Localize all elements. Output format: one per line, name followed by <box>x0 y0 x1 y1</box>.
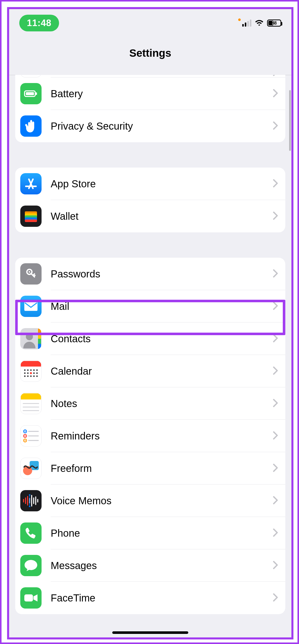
settings-group-system: Battery Privacy & Security <box>15 75 285 142</box>
row-label: Battery <box>51 88 273 99</box>
cellular-signal-icon <box>242 19 251 27</box>
chevron-right-icon <box>273 89 278 98</box>
svg-point-30 <box>27 372 29 374</box>
settings-row-battery[interactable]: Battery <box>15 77 285 110</box>
contacts-icon <box>20 328 42 349</box>
mic-indicator-dot <box>238 18 241 21</box>
row-label: Messages <box>51 560 273 571</box>
settings-row-notes[interactable]: Notes <box>15 387 285 420</box>
svg-point-27 <box>33 369 35 371</box>
row-label: Passwords <box>51 268 273 280</box>
appstore-icon <box>20 173 42 194</box>
settings-group-apps: Passwords Mail Contacts <box>15 258 285 614</box>
svg-point-32 <box>36 372 38 374</box>
page-title: Settings <box>9 47 291 59</box>
svg-point-46 <box>25 435 26 436</box>
row-label: Mail <box>51 301 273 312</box>
row-label: Voice Memos <box>51 495 273 507</box>
svg-point-28 <box>36 369 38 371</box>
svg-point-24 <box>24 369 26 371</box>
settings-row-facetime[interactable]: FaceTime <box>15 582 285 614</box>
video-icon <box>20 587 42 609</box>
scroll-indicator[interactable] <box>289 90 291 151</box>
chevron-right-icon <box>273 496 278 506</box>
settings-row-mail[interactable]: Mail <box>15 290 285 323</box>
status-time-pill[interactable]: 11:48 <box>19 15 59 31</box>
settings-row-phone[interactable]: Phone <box>15 517 285 549</box>
row-label: App Store <box>51 178 273 190</box>
row-label: Wallet <box>51 211 273 222</box>
waveform-icon <box>20 490 42 511</box>
freeform-icon <box>20 458 42 479</box>
battery-icon: 38 <box>267 19 281 27</box>
svg-point-34 <box>27 375 29 377</box>
svg-rect-65 <box>24 594 33 601</box>
notes-icon <box>20 393 42 414</box>
svg-point-35 <box>30 375 32 377</box>
row-label: Reminders <box>51 430 273 442</box>
row-label: Calendar <box>51 366 273 377</box>
chevron-right-icon <box>273 301 278 311</box>
phone-screen: 11:48 38 Settings <box>7 7 293 639</box>
chevron-right-icon <box>273 464 278 473</box>
svg-point-48 <box>25 440 26 441</box>
envelope-icon <box>20 296 42 317</box>
chevron-right-icon <box>273 211 278 221</box>
svg-rect-19 <box>38 334 41 339</box>
settings-row-passwords[interactable]: Passwords <box>15 258 285 290</box>
hand-raised-icon <box>20 115 42 137</box>
chevron-right-icon <box>273 561 278 570</box>
settings-row-freeform[interactable]: Freeform <box>15 452 285 485</box>
chevron-right-icon <box>273 366 278 376</box>
settings-row-wallet[interactable]: Wallet <box>15 200 285 232</box>
svg-point-15 <box>29 271 30 273</box>
chevron-right-icon <box>273 75 278 77</box>
row-label: Notes <box>51 398 273 409</box>
wifi-icon <box>255 19 264 27</box>
settings-row-app-store[interactable]: App Store <box>15 168 285 200</box>
key-icon <box>20 263 42 285</box>
settings-row-messages[interactable]: Messages <box>15 549 285 582</box>
settings-list[interactable]: Battery Privacy & Security <box>9 75 291 637</box>
row-label: Contacts <box>51 333 273 345</box>
svg-rect-39 <box>21 393 41 399</box>
settings-row-voice-memos[interactable]: Voice Memos <box>15 485 285 517</box>
battery-icon <box>20 83 42 104</box>
settings-row-unknown[interactable] <box>15 75 285 77</box>
svg-rect-3 <box>26 92 34 95</box>
svg-point-33 <box>24 375 26 377</box>
unknown-icon <box>20 75 42 77</box>
settings-row-contacts[interactable]: Contacts <box>15 323 285 355</box>
settings-row-privacy-security[interactable]: Privacy & Security <box>15 110 285 142</box>
chevron-right-icon <box>273 528 278 538</box>
row-label: FaceTime <box>51 592 273 604</box>
svg-rect-20 <box>38 339 41 344</box>
calendar-icon <box>20 360 42 382</box>
status-bar: 11:48 38 <box>9 9 291 37</box>
row-label: Phone <box>51 528 273 539</box>
chevron-right-icon <box>273 399 278 408</box>
svg-rect-13 <box>25 219 37 222</box>
settings-group-store: App Store Wallet <box>15 168 285 232</box>
message-bubble-icon <box>20 555 42 576</box>
svg-point-26 <box>30 369 32 371</box>
svg-point-31 <box>33 372 35 374</box>
chevron-right-icon <box>273 334 278 344</box>
home-indicator[interactable] <box>112 631 188 634</box>
svg-rect-21 <box>38 344 41 349</box>
row-label: Freeform <box>51 463 273 474</box>
chevron-right-icon <box>273 431 278 441</box>
svg-point-37 <box>36 375 38 377</box>
phone-icon <box>20 522 42 544</box>
svg-rect-16 <box>24 302 38 311</box>
settings-row-calendar[interactable]: Calendar <box>15 355 285 387</box>
chevron-right-icon <box>273 269 278 279</box>
svg-rect-23 <box>21 361 41 367</box>
chevron-right-icon <box>273 593 278 603</box>
svg-point-29 <box>24 372 26 374</box>
svg-point-25 <box>27 369 29 371</box>
svg-point-22 <box>26 333 33 340</box>
settings-row-reminders[interactable]: Reminders <box>15 420 285 452</box>
svg-rect-4 <box>36 92 37 95</box>
chevron-right-icon <box>273 121 278 131</box>
